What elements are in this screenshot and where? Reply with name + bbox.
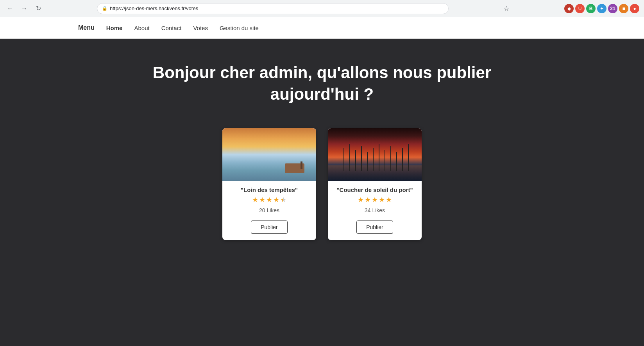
star-2-1: ★	[358, 195, 364, 204]
forward-button[interactable]: →	[19, 3, 30, 14]
card-2-image	[328, 128, 422, 181]
browser-chrome: ← → ↻ 🔒 https://json-des-mers.hackvens.f…	[0, 0, 644, 17]
mast-4	[361, 146, 362, 171]
hero-title: Bonjour cher admin, qu'allons nous publi…	[146, 62, 498, 105]
star-2-3: ★	[372, 195, 378, 204]
url-text: https://json-des-mers.hackvens.fr/votes	[110, 5, 198, 11]
navbar: Menu Home About Contact Votes Gestion du…	[0, 17, 644, 39]
ext-icon-1[interactable]: ◆	[564, 4, 574, 13]
star-full-0: ★	[252, 195, 258, 204]
ext-icon-6[interactable]: ■	[619, 4, 628, 13]
ext-icon-4[interactable]: ✦	[597, 4, 606, 13]
address-bar[interactable]: 🔒 https://json-des-mers.hackvens.fr/vote…	[97, 3, 449, 14]
mast-12	[408, 144, 409, 171]
card-1-title: "Loin des tempêtes"	[241, 186, 298, 193]
mast-9	[390, 146, 391, 171]
star-full-1: ★	[259, 195, 265, 204]
card-1: "Loin des tempêtes" ★★★★★★ 20 Likes Publ…	[222, 128, 316, 240]
card-2-stars: ★ ★ ★ ★ ★	[358, 195, 392, 204]
mast-10	[396, 152, 397, 171]
star-half: ★★	[280, 195, 286, 204]
star-2-5: ★	[386, 195, 392, 204]
star-2-2: ★	[365, 195, 371, 204]
card-1-likes: 20 Likes	[259, 207, 279, 213]
card-2-title: "Coucher de soleil du port"	[336, 186, 413, 193]
ext-icon-2[interactable]: U	[575, 4, 585, 13]
nav-link-gestion[interactable]: Gestion du site	[220, 25, 259, 31]
star-full-2: ★	[266, 195, 272, 204]
mast-6	[373, 148, 374, 171]
card-2-body: "Coucher de soleil du port" ★ ★ ★ ★ ★ 34…	[328, 181, 422, 240]
nav-link-contact[interactable]: Contact	[161, 25, 182, 31]
ext-icon-5[interactable]: 21	[608, 4, 617, 13]
ext-icon-7[interactable]: ●	[630, 4, 639, 13]
cards-container: "Loin des tempêtes" ★★★★★★ 20 Likes Publ…	[222, 128, 422, 240]
mast-5	[367, 152, 368, 171]
star-2-4: ★	[379, 195, 385, 204]
ext-icon-3[interactable]: B	[586, 4, 596, 13]
mast-7	[379, 144, 379, 171]
mast-11	[402, 148, 403, 171]
nav-link-home[interactable]: Home	[106, 25, 123, 31]
mast-8	[385, 150, 385, 171]
browser-extensions: ◆ U B ✦ 21 ■ ●	[564, 4, 639, 13]
main-content: Bonjour cher admin, qu'allons nous publi…	[0, 39, 644, 346]
nav-link-about[interactable]: About	[134, 25, 149, 31]
bookmark-button[interactable]: ☆	[502, 4, 511, 13]
card-1-image	[222, 128, 316, 181]
card-2-publish-button[interactable]: Publier	[356, 221, 393, 234]
card-2: "Coucher de soleil du port" ★ ★ ★ ★ ★ 34…	[328, 128, 422, 240]
star-full-3: ★	[273, 195, 279, 204]
nav-menu-label: Menu	[78, 24, 95, 31]
reload-button[interactable]: ↻	[33, 3, 44, 14]
back-button[interactable]: ←	[5, 3, 16, 14]
card-2-likes: 34 Likes	[365, 207, 385, 213]
nav-link-votes[interactable]: Votes	[193, 25, 208, 31]
mast-1	[343, 148, 344, 171]
card-1-stars: ★★★★★★	[252, 195, 286, 204]
lock-icon: 🔒	[102, 6, 107, 11]
card-1-publish-button[interactable]: Publier	[251, 221, 288, 234]
mast-3	[355, 150, 356, 171]
card-1-body: "Loin des tempêtes" ★★★★★★ 20 Likes Publ…	[222, 181, 316, 240]
mast-2	[349, 144, 350, 171]
